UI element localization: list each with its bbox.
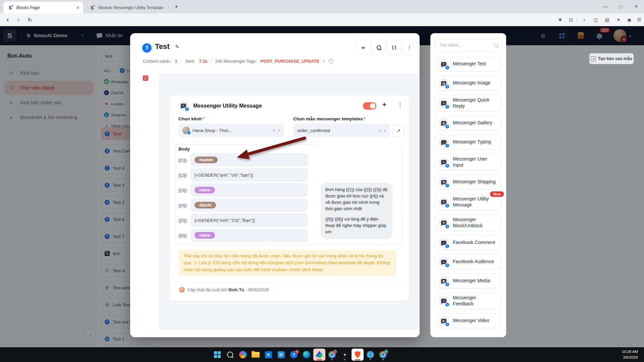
- variable-pill[interactable]: name: [195, 187, 215, 193]
- windows-taskbar: ⊞O?✉▼T 10:28 AM 3/6/2026: [0, 347, 644, 362]
- taskbar-edge-icon[interactable]: [301, 349, 313, 361]
- card-title: Messenger Utility Message: [193, 103, 262, 109]
- back-icon[interactable]: ‹: [3, 13, 13, 26]
- variable-input[interactable]: diachi: [191, 198, 308, 212]
- variable-key: {{3}}: [178, 188, 191, 193]
- vpn-icon[interactable]: ◉: [625, 13, 634, 26]
- more-options-button[interactable]: ⋮: [402, 40, 417, 55]
- block-stats: Content cards: 1 Sent: 7.1k 24h Messenge…: [143, 59, 333, 64]
- template-dropdown-icon[interactable]: ▾: [384, 129, 386, 132]
- card-kebab-icon[interactable]: ⋮: [397, 102, 403, 109]
- last-updated-text: Cập nhật lần cuối bởi Đình Tú - 06/03/20…: [187, 288, 269, 292]
- palette-item-11[interactable]: ▦fMessenger Media: [435, 274, 501, 288]
- taskbar-search-icon[interactable]: [224, 349, 236, 361]
- palette-item-label: Messenger Typing: [453, 139, 491, 145]
- palette-list: TfMessenger Text◪fMessenger Image••fMess…: [435, 57, 501, 328]
- pin-button[interactable]: [371, 40, 386, 55]
- taskbar-smax-app-icon[interactable]: [313, 349, 325, 361]
- toolbar-divider: [577, 17, 577, 22]
- clear-template-icon[interactable]: ×: [379, 128, 381, 133]
- taskbar-remote-icon[interactable]: [364, 349, 376, 361]
- tab-blocks-page[interactable]: S Blocks Page ×: [3, 2, 83, 13]
- media-icon[interactable]: ♪: [580, 13, 589, 26]
- wallet-icon[interactable]: ▤: [602, 13, 612, 26]
- smax-favicon: S: [89, 5, 95, 10]
- variable-input[interactable]: [=GENDER("anh","chị","bạn")]: [191, 168, 308, 182]
- taskbar-chrome2-icon[interactable]: T: [377, 349, 389, 361]
- palette-item-label: Messenger Image: [453, 80, 490, 86]
- channel-dropdown-icon[interactable]: ▾: [278, 129, 280, 132]
- variable-pill[interactable]: name: [195, 232, 215, 239]
- palette-item-13[interactable]: ▶fMessenger Video: [435, 313, 501, 328]
- block-type-icon: Tf: [439, 197, 449, 207]
- taskbar-chrome-icon[interactable]: [326, 349, 338, 361]
- copy-template-button[interactable]: + Tạo bản sao mẫu: [589, 53, 634, 64]
- card-enabled-toggle[interactable]: [363, 102, 376, 110]
- taskbar-start-icon[interactable]: [211, 349, 223, 361]
- taskbar-brave-icon[interactable]: [352, 349, 364, 361]
- palette-item-4[interactable]: …fMessenger Typing: [435, 135, 501, 149]
- taskbar-help-icon[interactable]: ?✉: [288, 349, 300, 361]
- body-row: {{3}}name: [178, 183, 308, 197]
- palette-item-8[interactable]: ⊘fMessenger Block/Unblock: [435, 215, 501, 231]
- move-icon[interactable]: +: [382, 101, 386, 109]
- palette-item-2[interactable]: ••fMessenger Quick Reply: [435, 95, 501, 111]
- tab-module-messenger[interactable]: S Module Messenger Utility Template: [85, 2, 168, 13]
- palette-search-input[interactable]: [435, 39, 501, 51]
- browser-tab-bar: S Blocks Page × S Module Messenger Utili…: [0, 0, 644, 13]
- palette-item-1[interactable]: ◪fMessenger Image: [435, 76, 501, 90]
- palette-item-6[interactable]: ⊞fMessenger Shipping: [435, 175, 501, 189]
- help-icon[interactable]: ?: [328, 59, 333, 64]
- palette-item-3[interactable]: ▥fMessenger Gallery: [435, 116, 501, 130]
- block-type-icon: …f: [439, 238, 449, 248]
- open-template-button[interactable]: ↗: [392, 125, 405, 137]
- body-row: {{2}}[=GENDER("anh","chị","bạn")]: [178, 168, 308, 182]
- new-tab-button[interactable]: +: [172, 2, 181, 11]
- variable-input[interactable]: [=GENDER("Anh","Chị","Bạn")]: [191, 214, 308, 227]
- variable-input[interactable]: name: [191, 229, 308, 242]
- variable-input[interactable]: name: [191, 183, 308, 197]
- sidebar-icon[interactable]: ◫: [591, 13, 600, 26]
- taskbar-file-explorer-icon[interactable]: [250, 349, 262, 361]
- tag-value[interactable]: POST_PURCHASE_UPDATE: [261, 59, 319, 64]
- body-row: {{6}}name: [178, 229, 308, 242]
- close-button[interactable]: ×: [629, 0, 644, 13]
- palette-item-label: Messenger Utility Message: [453, 196, 498, 208]
- tag-chevron-icon[interactable]: ▾: [323, 59, 325, 63]
- palette-item-5[interactable]: ▭fMessenger User Input: [435, 154, 501, 170]
- palette-item-label: Messenger Block/Unblock: [453, 217, 498, 229]
- variable-pill[interactable]: madon: [195, 157, 218, 163]
- minimize-button[interactable]: —: [598, 0, 613, 13]
- leo-ai-icon[interactable]: ✦: [614, 13, 623, 26]
- channel-value: Hana Shop - Thời...: [193, 128, 232, 133]
- palette-item-9[interactable]: …fFacebook Comment: [435, 235, 501, 250]
- reload-icon[interactable]: ↻: [25, 13, 35, 26]
- tab-divider: [168, 5, 169, 10]
- forward-icon[interactable]: ›: [13, 13, 23, 26]
- tab-title: Blocks Page: [16, 5, 73, 10]
- tab-close-icon[interactable]: ×: [76, 5, 79, 10]
- last-updated-user: Đình Tú: [228, 288, 244, 292]
- block-type-icon: …f: [439, 137, 449, 147]
- taskbar-copilot-icon[interactable]: [237, 349, 249, 361]
- palette-item-10[interactable]: ∴fFacebook Audience: [435, 254, 501, 269]
- variables-button[interactable]: { }: [387, 40, 401, 55]
- palette-item-7[interactable]: TfMessenger Utility MessageNew: [435, 194, 501, 210]
- taskbar-clock[interactable]: 10:28 AM 3/6/2026: [622, 349, 638, 360]
- taskbar-store-icon[interactable]: ⊞: [262, 349, 274, 361]
- menu-icon[interactable]: ☰: [635, 13, 644, 26]
- new-badge: New: [490, 191, 504, 197]
- variable-pill[interactable]: diachi: [195, 202, 216, 208]
- palette-item-12[interactable]: ☺fMessenger Feedback: [435, 293, 501, 309]
- edit-title-icon[interactable]: ✎: [175, 44, 179, 50]
- screen: S Blocks Page × S Module Messenger Utili…: [0, 0, 644, 362]
- variable-text: [=GENDER("Anh","Chị","Bạn")]: [195, 218, 255, 223]
- search-tabs-icon[interactable]: ⊡: [566, 13, 576, 26]
- copy-link-button[interactable]: ∞: [356, 40, 371, 55]
- maximize-button[interactable]: ▢: [613, 0, 629, 13]
- extensions-icon[interactable]: ❖: [555, 13, 565, 26]
- palette-item-0[interactable]: TfMessenger Text: [435, 57, 501, 71]
- block-type-icon: ◪f: [439, 78, 449, 88]
- taskbar-dark-app-icon[interactable]: ▼: [339, 349, 351, 361]
- taskbar-outlook-icon[interactable]: O: [275, 349, 287, 361]
